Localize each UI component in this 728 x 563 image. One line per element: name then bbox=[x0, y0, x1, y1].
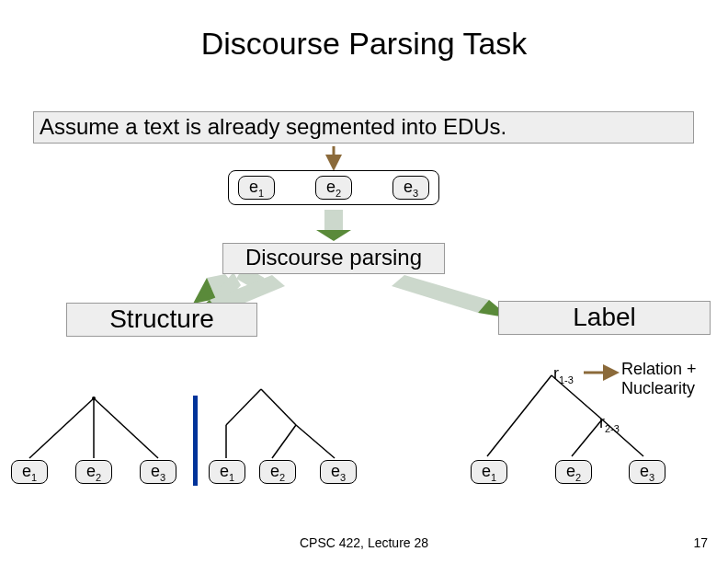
tree2-e2: e2 bbox=[259, 460, 296, 484]
assume-text: Assume a text is already segmented into … bbox=[33, 111, 694, 144]
svg-line-22 bbox=[296, 425, 335, 458]
svg-line-25 bbox=[552, 375, 602, 419]
structure-label: Structure bbox=[66, 303, 257, 337]
svg-marker-2 bbox=[316, 230, 351, 241]
svg-line-19 bbox=[226, 389, 261, 425]
tree1-e1: e1 bbox=[11, 460, 48, 484]
tree-flat bbox=[9, 396, 179, 469]
tree2-e1: e1 bbox=[209, 460, 245, 484]
discourse-parsing-label: Discourse parsing bbox=[222, 243, 445, 274]
svg-line-26 bbox=[572, 419, 602, 456]
svg-line-18 bbox=[94, 398, 158, 458]
tree-left-branch bbox=[206, 386, 390, 469]
svg-marker-12 bbox=[392, 275, 489, 313]
separator-bar bbox=[193, 396, 198, 486]
svg-line-27 bbox=[602, 419, 643, 456]
svg-line-21 bbox=[272, 425, 296, 458]
tree3-e3: e3 bbox=[629, 460, 665, 484]
svg-rect-1 bbox=[324, 210, 343, 230]
svg-line-20 bbox=[261, 389, 296, 425]
tree-label bbox=[460, 364, 699, 465]
tree3-e1: e1 bbox=[471, 460, 507, 484]
svg-marker-3 bbox=[207, 274, 239, 299]
label-label: Label bbox=[498, 301, 711, 335]
slide-number: 17 bbox=[693, 535, 708, 550]
tree1-e2: e2 bbox=[75, 460, 112, 484]
edu-e3: e3 bbox=[392, 176, 429, 200]
footer-center: CPSC 422, Lecture 28 bbox=[0, 535, 728, 550]
tree3-e2: e2 bbox=[555, 460, 592, 484]
svg-marker-4 bbox=[193, 278, 216, 304]
svg-line-16 bbox=[29, 398, 94, 458]
svg-line-24 bbox=[487, 375, 552, 456]
edu-e1: e1 bbox=[238, 176, 275, 200]
slide-title: Discourse Parsing Task bbox=[0, 26, 728, 62]
svg-marker-7 bbox=[219, 272, 241, 302]
tree1-e3: e3 bbox=[140, 460, 176, 484]
tree2-e3: e3 bbox=[320, 460, 357, 484]
edu-e2: e2 bbox=[315, 176, 352, 200]
